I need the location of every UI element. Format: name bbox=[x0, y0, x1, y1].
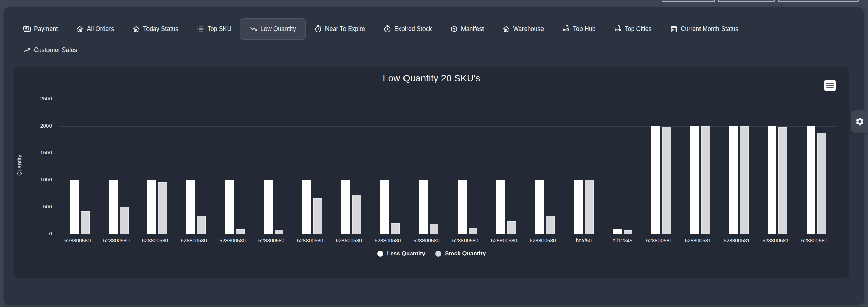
tab-label: Top SKU bbox=[208, 25, 231, 33]
calendar-icon bbox=[670, 25, 678, 33]
legend-label: Less Quantity bbox=[387, 250, 425, 257]
partial-control[interactable] bbox=[778, 0, 859, 2]
stock-quantity-bar[interactable] bbox=[120, 207, 129, 234]
less-quantity-bar[interactable] bbox=[535, 180, 544, 234]
less-quantity-bar[interactable] bbox=[225, 180, 234, 234]
tab-top-cities[interactable]: Top Cities bbox=[614, 25, 652, 33]
tab-near-to-expire[interactable]: Near To Expire bbox=[314, 25, 365, 33]
y-gridline bbox=[60, 207, 836, 207]
x-tick-label: 628800580... bbox=[177, 237, 215, 244]
home-icon bbox=[502, 25, 510, 33]
partial-control[interactable] bbox=[662, 0, 715, 2]
stock-quantity-bar[interactable] bbox=[817, 133, 826, 234]
tab-all-orders[interactable]: All Orders bbox=[76, 25, 114, 33]
x-tick-label: 628800580... bbox=[254, 237, 293, 244]
tab-label: All Orders bbox=[87, 25, 114, 33]
legend-item-less-quantity[interactable]: Less Quantity bbox=[377, 250, 425, 257]
scooter-icon bbox=[614, 25, 622, 33]
trending-down-icon bbox=[250, 25, 257, 33]
stock-quantity-bar[interactable] bbox=[469, 228, 477, 234]
less-quantity-bar[interactable] bbox=[186, 180, 195, 234]
tab-bar-row-1: PaymentAll OrdersToday StatusTop SKULow … bbox=[4, 7, 864, 40]
tab-label: Current Month Status bbox=[681, 25, 738, 33]
less-quantity-bar[interactable] bbox=[341, 180, 350, 234]
legend-item-stock-quantity[interactable]: Stock Quantity bbox=[435, 250, 486, 257]
tab-label: Low Quantity bbox=[260, 25, 296, 33]
tab-customer-sales[interactable]: Customer Sales bbox=[23, 46, 77, 54]
stock-quantity-bar[interactable] bbox=[624, 230, 632, 234]
tab-label: Payment bbox=[34, 25, 58, 33]
tab-low-quantity[interactable]: Low Quantity bbox=[240, 18, 306, 40]
x-tick-label: 628800580... bbox=[138, 237, 177, 244]
list-icon bbox=[197, 25, 204, 33]
partial-control[interactable] bbox=[718, 0, 775, 2]
x-tick-label: 628800580... bbox=[99, 237, 138, 244]
stock-quantity-bar[interactable] bbox=[313, 198, 322, 234]
scooter-icon bbox=[562, 25, 570, 33]
x-tick-label: 628800580... bbox=[448, 237, 487, 244]
tab-top-sku[interactable]: Top SKU bbox=[197, 25, 231, 33]
x-tick-label: 628800581... bbox=[758, 237, 797, 244]
tab-expired-stock[interactable]: Expired Stock bbox=[383, 25, 432, 33]
timer-icon bbox=[383, 25, 391, 33]
timer-icon bbox=[314, 25, 322, 33]
less-quantity-bar[interactable] bbox=[574, 180, 583, 234]
less-quantity-bar[interactable] bbox=[496, 180, 505, 234]
stock-quantity-bar[interactable] bbox=[701, 126, 710, 234]
tab-bar-row-2: Customer Sales bbox=[4, 40, 864, 58]
tab-label: Expired Stock bbox=[394, 25, 432, 33]
tab-top-hub[interactable]: Top Hub bbox=[562, 25, 596, 33]
stock-quantity-bar[interactable] bbox=[546, 216, 555, 234]
tab-label: Today Status bbox=[143, 25, 178, 33]
less-quantity-bar[interactable] bbox=[70, 180, 79, 234]
legend-marker bbox=[435, 251, 441, 257]
stock-quantity-bar[interactable] bbox=[81, 211, 90, 234]
x-tick-label: 628800581... bbox=[797, 237, 836, 244]
chart-legend: Less QuantityStock Quantity bbox=[14, 250, 849, 257]
tab-label: Warehouse bbox=[513, 25, 544, 33]
less-quantity-bar[interactable] bbox=[264, 180, 273, 234]
less-quantity-bar[interactable] bbox=[419, 180, 428, 234]
x-tick-label: 628800581... bbox=[642, 237, 680, 244]
legend-marker bbox=[377, 251, 383, 257]
less-quantity-bar[interactable] bbox=[109, 180, 118, 234]
stock-quantity-bar[interactable] bbox=[197, 216, 206, 234]
y-tick-label: 2500 bbox=[25, 96, 52, 102]
y-tick-label: 1500 bbox=[25, 150, 52, 156]
tab-payment[interactable]: Payment bbox=[23, 25, 58, 33]
stock-quantity-bar[interactable] bbox=[778, 127, 787, 234]
y-gridline bbox=[60, 126, 836, 127]
stock-quantity-bar[interactable] bbox=[236, 229, 245, 234]
tab-warehouse[interactable]: Warehouse bbox=[502, 25, 544, 33]
less-quantity-bar[interactable] bbox=[147, 180, 156, 234]
stock-quantity-bar[interactable] bbox=[158, 182, 167, 234]
x-tick-label: oil12345 bbox=[603, 237, 642, 244]
plot-area: 05001000150020002500628800580...62880058… bbox=[14, 67, 849, 278]
stock-quantity-bar[interactable] bbox=[585, 180, 594, 234]
less-quantity-bar[interactable] bbox=[807, 126, 815, 234]
stock-quantity-bar[interactable] bbox=[662, 127, 671, 234]
home-icon bbox=[132, 25, 140, 33]
tab-manifest[interactable]: Manifest bbox=[450, 25, 484, 33]
stock-quantity-bar[interactable] bbox=[740, 126, 749, 234]
less-quantity-bar[interactable] bbox=[458, 180, 467, 234]
x-tick-label: 628800580... bbox=[487, 237, 526, 244]
package-icon bbox=[450, 25, 458, 33]
y-gridline bbox=[60, 99, 836, 99]
less-quantity-bar[interactable] bbox=[302, 180, 311, 234]
less-quantity-bar[interactable] bbox=[768, 126, 776, 234]
less-quantity-bar[interactable] bbox=[380, 180, 389, 234]
x-tick-label: 628800580... bbox=[332, 237, 370, 244]
stock-quantity-bar[interactable] bbox=[275, 230, 283, 234]
stock-quantity-bar[interactable] bbox=[507, 221, 516, 234]
stock-quantity-bar[interactable] bbox=[352, 195, 361, 234]
less-quantity-bar[interactable] bbox=[651, 126, 660, 234]
tab-today-status[interactable]: Today Status bbox=[132, 25, 178, 33]
stock-quantity-bar[interactable] bbox=[430, 224, 438, 234]
stock-quantity-bar[interactable] bbox=[391, 223, 400, 234]
settings-toggle-button[interactable] bbox=[851, 110, 868, 133]
less-quantity-bar[interactable] bbox=[613, 229, 622, 234]
less-quantity-bar[interactable] bbox=[729, 126, 738, 234]
less-quantity-bar[interactable] bbox=[690, 126, 699, 234]
tab-current-month-status[interactable]: Current Month Status bbox=[670, 25, 738, 33]
